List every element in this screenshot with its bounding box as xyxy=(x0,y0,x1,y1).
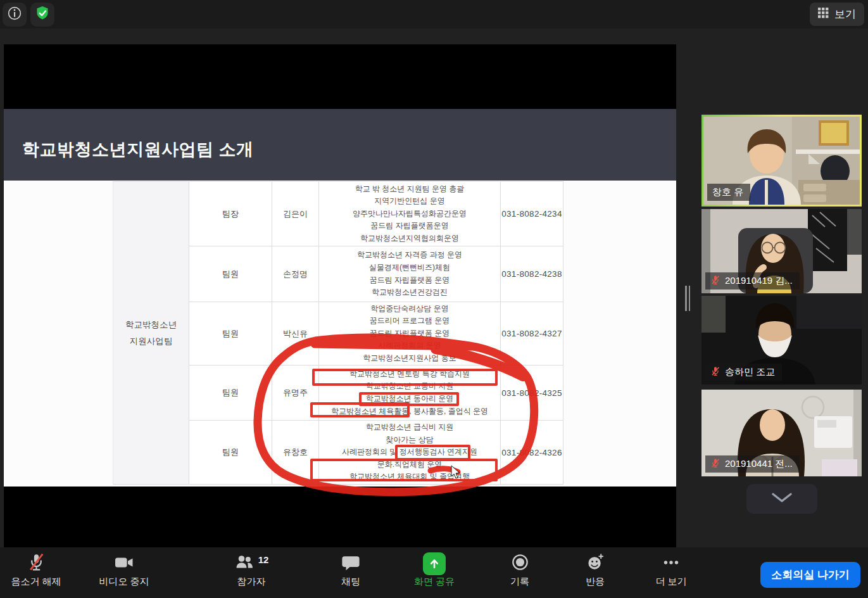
more-participants-button[interactable] xyxy=(746,484,817,514)
table-role-cell: 팀장 xyxy=(189,182,272,246)
table-name-cell: 유창호 xyxy=(272,421,319,485)
ellipsis-icon xyxy=(661,552,681,575)
participant-name-tag: 201910441 전... xyxy=(705,455,800,473)
top-bar: 보기 xyxy=(0,0,868,29)
reactions-label: 반응 xyxy=(586,576,605,588)
chat-button[interactable]: 채팅 xyxy=(316,552,386,588)
participants-icon xyxy=(234,552,255,575)
slide-title-band: 학교밖청소년지원사업팀 소개 xyxy=(4,109,676,181)
table-phone-cell: 031-8082-4326 xyxy=(501,421,563,485)
table-name-cell: 유명주 xyxy=(272,366,319,421)
participant-name-tag: 201910419 김... xyxy=(705,272,800,289)
unmute-label: 음소거 해제 xyxy=(11,576,61,588)
share-screen-button[interactable]: 화면 공유 xyxy=(399,552,469,588)
zoom-meeting-window: 보기 학교밖청소년지원사업팀 소개 학교밖청소년 지원사업팀 팀장 김은이 학교… xyxy=(0,0,868,598)
participant-name-tag: 송하민 조교 xyxy=(705,364,782,381)
chat-bubble-icon xyxy=(341,553,360,575)
panel-resize-handle[interactable] xyxy=(685,286,691,311)
view-button[interactable]: 보기 xyxy=(810,3,864,26)
participant-name-tag: 창호 유 xyxy=(707,184,750,201)
video-tile-active-speaker[interactable]: 창호 유 xyxy=(701,115,862,207)
more-label: 더 보기 xyxy=(655,576,686,588)
table-duties-cell: 학교밖청소년 급식비 지원 찾아가는 상담 사례판정회의 및 정서행동검사 연계… xyxy=(319,421,501,485)
table-phone-cell: 031-8082-4325 xyxy=(501,366,563,421)
table-duties-cell: 학교밖청소년 멘토링 특강 학습지원 학교밖청소년 교통비 지원 학교밖청소년 … xyxy=(319,366,501,421)
record-label: 기록 xyxy=(510,576,529,588)
video-tile[interactable]: 송하민 조교 xyxy=(701,296,862,385)
muted-mic-icon xyxy=(710,275,720,287)
share-screen-label: 화면 공유 xyxy=(414,576,455,588)
table-role-cell: 팀원 xyxy=(189,366,272,421)
share-screen-icon xyxy=(423,552,446,575)
camera-icon xyxy=(114,552,134,575)
table-role-cell: 팀원 xyxy=(189,302,272,366)
participant-name: 송하민 조교 xyxy=(725,366,775,378)
video-tile[interactable]: 201910441 전... xyxy=(701,390,862,476)
table-name-cell: 김은이 xyxy=(272,182,319,246)
table-phone-cell: 031-8082-4234 xyxy=(501,182,563,246)
record-button[interactable]: 기록 xyxy=(485,552,555,588)
chat-label: 채팅 xyxy=(341,576,360,588)
more-button[interactable]: 더 보기 xyxy=(636,552,706,588)
table-phone-cell: 031-8082-4327 xyxy=(501,302,563,366)
mic-muted-icon xyxy=(26,552,47,575)
record-icon xyxy=(510,552,530,575)
table-phone-cell: 031-8082-4238 xyxy=(501,246,563,302)
slide-title: 학교밖청소년지원사업팀 소개 xyxy=(22,138,254,161)
participants-label: 참가자 xyxy=(237,576,266,588)
table-duties-cell: 학교밖청소년 자격증 과정 운영 실물경제(뻔뻔비즈)체험 꿈드림 자립플랫폼 … xyxy=(319,246,501,302)
smiley-reactions-icon xyxy=(586,552,605,575)
security-shield-icon xyxy=(34,5,51,24)
participant-name: 201910419 김... xyxy=(725,275,793,287)
muted-mic-icon xyxy=(710,366,720,378)
table-duties-cell: 학교 밖 청소년 지원팀 운영 총괄 지역기반인턴십 운영 양주맛나만나자립특성… xyxy=(319,182,501,246)
slide-content: 학교밖청소년 지원사업팀 팀장 김은이 학교 밖 청소년 지원팀 운영 총괄 지… xyxy=(4,181,676,487)
info-icon xyxy=(6,5,23,24)
participants-button[interactable]: 12 참가자 xyxy=(217,552,286,588)
stop-video-button[interactable]: 비디오 중지 xyxy=(89,552,159,588)
video-tile[interactable]: 201910419 김... xyxy=(701,209,862,293)
unmute-button[interactable]: 음소거 해제 xyxy=(1,552,71,588)
stop-video-label: 비디오 중지 xyxy=(99,576,149,588)
table-role-cell: 팀원 xyxy=(189,246,272,302)
security-button[interactable] xyxy=(30,3,54,27)
participant-name: 창호 유 xyxy=(712,186,743,198)
table-name-cell: 손정명 xyxy=(272,246,319,302)
table-role-cell: 팀원 xyxy=(189,421,272,485)
meeting-info-button[interactable] xyxy=(3,3,27,27)
bottom-toolbar: 음소거 해제 비디오 중지 12 참가자 xyxy=(0,547,868,598)
participants-count: 12 xyxy=(258,554,269,565)
view-button-label: 보기 xyxy=(834,7,856,22)
participant-name: 201910441 전... xyxy=(725,458,793,470)
table-duties-cell: 학업중단숙려상담 운영 꿈드리머 프로그램 운영 꿈드림 자립플랫폼 운영 사례… xyxy=(319,302,501,366)
table-group-cell: 학교밖청소년 지원사업팀 xyxy=(113,182,189,485)
reactions-button[interactable]: 반응 xyxy=(560,552,630,588)
org-table: 학교밖청소년 지원사업팀 팀장 김은이 학교 밖 청소년 지원팀 운영 총괄 지… xyxy=(113,181,563,485)
table-name-cell: 박신유 xyxy=(272,302,319,366)
chevron-down-icon xyxy=(771,492,793,506)
leave-breakout-room-button[interactable]: 소회의실 나가기 xyxy=(760,562,860,588)
shared-screen: 학교밖청소년지원사업팀 소개 학교밖청소년 지원사업팀 팀장 김은이 학교 밖 … xyxy=(4,44,676,547)
grid-view-icon xyxy=(818,8,829,22)
muted-mic-icon xyxy=(710,458,720,470)
